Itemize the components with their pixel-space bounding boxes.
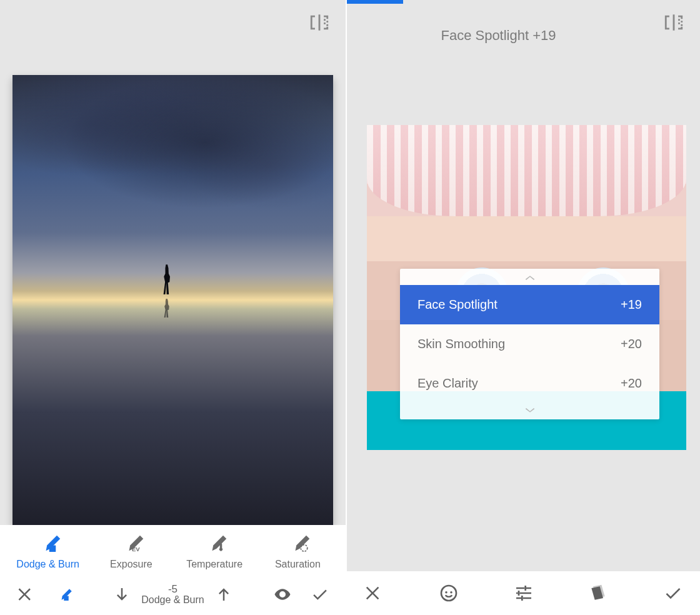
sliders-icon — [514, 583, 534, 603]
brush-saturation-icon — [284, 534, 311, 552]
svg-text:EV: EV — [132, 546, 140, 552]
tool-label: Exposure — [110, 559, 152, 570]
arrow-down-icon — [112, 585, 131, 604]
tool-label: Dodge & Burn — [16, 559, 79, 570]
check-icon — [663, 583, 683, 603]
panel-row-value: +19 — [621, 298, 642, 312]
face-icon — [439, 583, 459, 603]
editor-right-pane: Face Spotlight +19 Face Spotlight +19 Sk… — [346, 0, 700, 615]
close-icon — [16, 585, 35, 604]
tool-dodge-burn[interactable]: Dodge & Burn — [6, 534, 89, 570]
panel-row-value: +20 — [621, 376, 642, 391]
panel-row-eye-clarity[interactable]: Eye Clarity +20 — [400, 364, 659, 403]
svg-point-2 — [301, 545, 308, 552]
compare-icon — [309, 12, 330, 33]
adjustment-readout: Face Spotlight +19 — [347, 28, 650, 44]
panel-row-value: +20 — [621, 337, 642, 351]
decrease-button[interactable] — [109, 581, 135, 608]
brush-toolbar: Dodge & Burn EV Exposure Temperature — [0, 525, 346, 578]
arrow-up-icon — [214, 585, 233, 604]
tool-temperature[interactable]: Temperature — [173, 534, 256, 570]
panel-row-label: Face Spotlight — [418, 298, 498, 312]
svg-point-6 — [450, 591, 452, 593]
svg-point-5 — [445, 591, 447, 593]
svg-rect-3 — [64, 596, 69, 601]
panel-row-face-spotlight[interactable]: Face Spotlight +19 — [400, 285, 659, 324]
apply-button[interactable] — [660, 580, 686, 606]
increase-button[interactable] — [211, 581, 237, 608]
slider-fill — [347, 0, 403, 4]
brush-temperature-icon — [201, 534, 228, 552]
mask-preview-button[interactable] — [269, 581, 296, 608]
tool-exposure[interactable]: EV Exposure — [89, 534, 172, 570]
panel-row-skin-smoothing[interactable]: Skin Smoothing +20 — [400, 324, 659, 364]
styles-button[interactable] — [585, 580, 611, 606]
adjustment-panel[interactable]: Face Spotlight +19 Skin Smoothing +20 Ey… — [400, 269, 659, 419]
silhouette-figure — [161, 264, 172, 294]
close-icon — [364, 583, 384, 603]
panel-scroll-up[interactable] — [400, 269, 659, 285]
right-canvas[interactable]: Face Spotlight +19 Face Spotlight +19 Sk… — [347, 0, 700, 571]
chevron-down-icon — [523, 408, 537, 415]
face-button[interactable] — [436, 580, 462, 606]
apply-button[interactable] — [307, 581, 333, 608]
panel-scroll-down[interactable] — [400, 403, 659, 419]
brush-exposure-icon: EV — [118, 534, 144, 552]
stepper-label: Dodge & Burn — [141, 595, 204, 606]
left-canvas[interactable] — [0, 0, 346, 525]
editor-left-pane: Dodge & Burn EV Exposure Temperature — [0, 0, 346, 615]
panel-row-label: Skin Smoothing — [418, 337, 505, 351]
svg-point-4 — [441, 586, 456, 601]
chevron-up-icon — [523, 273, 537, 281]
compare-icon — [663, 12, 684, 33]
left-action-row: -5 Dodge & Burn — [0, 578, 346, 615]
tool-label: Saturation — [275, 559, 321, 570]
brush-active-button[interactable] — [50, 581, 76, 608]
eye-icon — [273, 585, 292, 604]
check-icon — [311, 585, 329, 604]
photo-preview[interactable] — [12, 75, 333, 525]
right-action-row — [347, 571, 700, 615]
compare-button[interactable] — [306, 9, 333, 36]
compare-button[interactable] — [660, 9, 688, 36]
tune-button[interactable] — [511, 580, 537, 606]
cancel-button[interactable] — [12, 581, 39, 608]
tool-saturation[interactable]: Saturation — [256, 534, 339, 570]
cancel-button[interactable] — [361, 580, 387, 606]
brush-dodge-burn-icon — [35, 534, 61, 552]
silhouette-reflection — [162, 299, 171, 318]
tool-label: Temperature — [186, 559, 242, 570]
value-stepper: -5 Dodge & Burn — [109, 581, 237, 608]
stepper-readout: -5 Dodge & Burn — [141, 584, 204, 606]
stepper-value: -5 — [141, 584, 204, 595]
slider-track[interactable] — [347, 0, 700, 4]
brush-icon — [54, 585, 72, 604]
card-stack-icon — [588, 583, 608, 603]
panel-row-label: Eye Clarity — [418, 376, 478, 391]
